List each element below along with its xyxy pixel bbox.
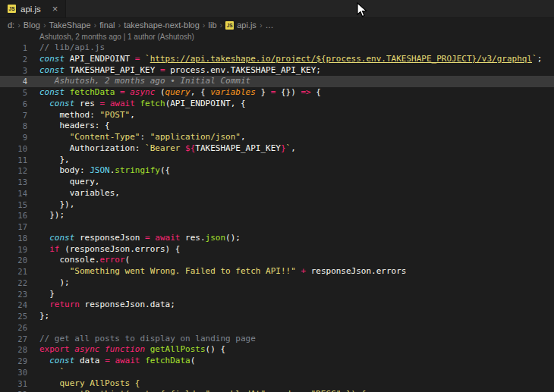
code-line[interactable]: 6 const res = await fetch(API_ENDPOINT, …: [0, 99, 554, 110]
code-line[interactable]: 13 query,: [0, 177, 554, 188]
code-token: =: [271, 87, 281, 97]
tab-close-icon[interactable]: ×: [52, 4, 58, 14]
code-line-content: body: JSON.stringify({: [39, 165, 170, 177]
code-token: headers: {: [39, 121, 110, 130]
code-line[interactable]: 20 console.error(: [0, 255, 554, 266]
code-line[interactable]: 16 });: [0, 210, 554, 221]
code-line[interactable]: 14 variables,: [0, 188, 554, 199]
line-number: 20: [0, 255, 27, 266]
code-line[interactable]: 12 body: JSON.stringify({: [0, 165, 554, 177]
code-line[interactable]: 9 "Content-Type": "application/json",: [0, 132, 554, 143]
breadcrumb-separator: ›: [94, 20, 97, 30]
breadcrumb-item[interactable]: final: [99, 20, 115, 30]
code-token: const: [39, 87, 70, 97]
code-token: await: [155, 233, 185, 243]
code-token: process.env.TAKESHAPE_API_KEY;: [170, 65, 321, 75]
code-line-content: // lib/api.js: [39, 42, 105, 54]
code-token: [39, 266, 70, 276]
code-line[interactable]: 4 Ashutosh, 2 months ago • Initial Commi…: [0, 76, 554, 87]
code-token: // get all posts to display on landing p…: [39, 334, 256, 343]
vscode-window: JS api.js × d:›Blog›TakeShape›final›take…: [0, 0, 554, 392]
code-token: `: [60, 367, 65, 377]
code-token: return: [49, 299, 84, 309]
line-number: 25: [0, 311, 27, 322]
line-number: 9: [0, 132, 27, 143]
code-line[interactable]: 7 method: "POST",: [0, 110, 554, 121]
breadcrumb-item[interactable]: …: [266, 20, 274, 30]
code-line[interactable]: 30 `: [0, 367, 554, 378]
code-token: API_ENDPOINT: [70, 54, 135, 64]
code-token: const: [49, 99, 80, 108]
code-line[interactable]: 15 }),: [0, 199, 554, 211]
line-number: 12: [0, 165, 27, 177]
line-number: 24: [0, 299, 27, 311]
code-token: =: [135, 54, 145, 64]
breadcrumb-item-label: Blog: [24, 20, 40, 30]
code-line[interactable]: 1// lib/api.js: [0, 42, 554, 54]
breadcrumb-item[interactable]: TakeShape: [49, 20, 91, 30]
code-token: ${: [185, 143, 195, 153]
code-line[interactable]: 26: [0, 322, 554, 334]
code-line[interactable]: 23 }: [0, 289, 554, 300]
code-line[interactable]: 21 "Something went Wrong. Failed to fetc…: [0, 266, 554, 278]
code-line[interactable]: 25};: [0, 311, 554, 322]
breadcrumb-item-label: api.js: [237, 20, 257, 30]
code-token: export: [39, 344, 74, 354]
code-line[interactable]: 24 return responseJson.data;: [0, 299, 554, 311]
code-token: responseJson: [80, 233, 145, 243]
line-number: 7: [0, 110, 27, 121]
code-token: async: [74, 344, 105, 354]
code-line-content: const responseJson = await res.json();: [39, 233, 241, 244]
code-token: (responseJson.errors) {: [65, 244, 180, 254]
code-token: query,: [39, 177, 99, 187]
code-line[interactable]: 2const API_ENDPOINT = `https://api.takes…: [0, 54, 554, 65]
code-line[interactable]: 31 query AllPosts {: [0, 378, 554, 390]
code-token: [39, 356, 49, 365]
breadcrumb-item[interactable]: lib: [209, 20, 217, 30]
code-token: =: [120, 87, 130, 97]
code-line[interactable]: 17: [0, 221, 554, 233]
code-token: (: [125, 255, 131, 265]
code-line[interactable]: 11 },: [0, 155, 554, 166]
code-token: "POST": [99, 110, 130, 120]
tab-api-js[interactable]: JS api.js ×: [0, 0, 66, 17]
code-token: body:: [39, 165, 90, 175]
code-line[interactable]: 5const fetchData = async (query, { varia…: [0, 87, 554, 99]
code-line[interactable]: 28export async function getAllPosts() {: [0, 344, 554, 356]
codelens-blame[interactable]: Ashutosh, 2 months ago | 1 author (Ashut…: [0, 32, 554, 42]
code-token: (: [190, 356, 196, 365]
code-token: https://api.takeshape.io/project/${proce…: [150, 54, 532, 64]
code-line[interactable]: 18 const responseJson = await res.json()…: [0, 233, 554, 244]
code-token: }: [281, 143, 286, 153]
code-token: :: [140, 132, 150, 142]
line-number: 1: [0, 42, 27, 54]
code-line[interactable]: 22 );: [0, 278, 554, 289]
code-token: {}): [281, 87, 301, 97]
code-line[interactable]: 10 Authorization: `Bearer ${TAKESHAPE_AP…: [0, 143, 554, 155]
code-token: getAllPosts: [150, 344, 206, 354]
code-line[interactable]: 32 getPostList(sort: { field: "_enabledA…: [0, 389, 554, 392]
code-line[interactable]: 19 if (responseJson.errors) {: [0, 244, 554, 256]
code-line-content: }),: [39, 199, 74, 211]
code-line-content: "Something went Wrong. Failed to fetch A…: [39, 266, 406, 278]
editor[interactable]: Ashutosh, 2 months ago | 1 author (Ashut…: [0, 32, 554, 392]
code-token: method:: [39, 110, 99, 120]
code-line[interactable]: 8 headers: {: [0, 121, 554, 132]
breadcrumb-item[interactable]: takeshape-next-blog: [124, 20, 200, 30]
code-line-content: };: [39, 311, 49, 322]
breadcrumb-item[interactable]: JSapi.js: [225, 20, 257, 30]
breadcrumb-separator: ›: [17, 20, 20, 30]
code-token: [39, 244, 49, 254]
code-line[interactable]: 29 const data = await fetchData(: [0, 356, 554, 367]
code-line-content: variables,: [39, 188, 120, 199]
breadcrumb-item[interactable]: d:: [8, 20, 14, 30]
code-line-content: const res = await fetch(API_ENDPOINT, {: [39, 99, 246, 110]
code-token: [39, 233, 49, 243]
line-number: 30: [0, 367, 27, 378]
code-line[interactable]: 3const TAKESHAPE_API_KEY = process.env.T…: [0, 65, 554, 77]
code-token: `Bearer: [145, 143, 185, 153]
code-token: ;: [537, 54, 543, 64]
breadcrumb-item-label: d:: [8, 20, 14, 30]
code-line[interactable]: 27// get all posts to display on landing…: [0, 334, 554, 345]
breadcrumb-item[interactable]: Blog: [24, 20, 40, 30]
